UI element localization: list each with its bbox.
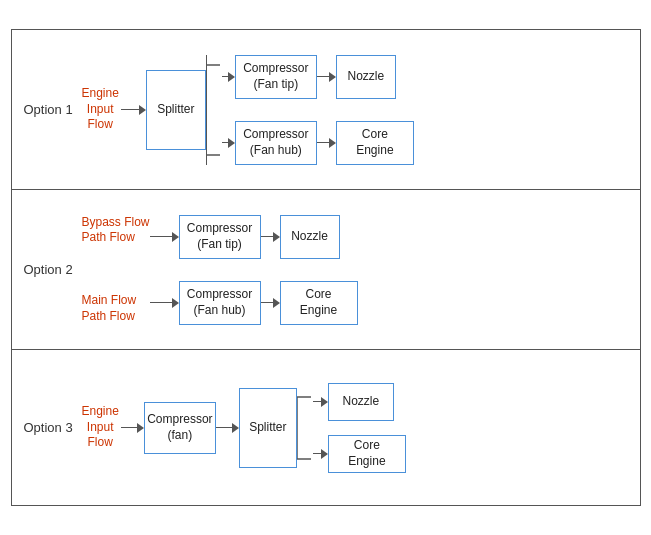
nozzle-box-2: Nozzle [280, 215, 340, 259]
core-engine-box-2: Core Engine [280, 281, 358, 325]
option-2-flow: Bypass FlowPath Flow Main FlowPath Flow … [82, 215, 632, 325]
option-1-input-label: EngineInputFlow [82, 86, 119, 133]
core-engine-box-3: Core Engine [328, 435, 406, 473]
compressor-fan-tip-box-1: Compressor(Fan tip) [235, 55, 317, 99]
compressor-fan-box: Compressor(fan) [144, 402, 216, 454]
option-1-branch-2: Compressor(Fan hub) Core Engine [222, 121, 414, 165]
arrow-comp1-to-nozzle2 [261, 232, 280, 242]
arrow-comp3-to-splitter [216, 423, 239, 433]
option-2-branch-1: Compressor(Fan tip) Nozzle [150, 215, 358, 259]
arrow-comp1-to-nozzle [317, 72, 336, 82]
option-2-row: Option 2 Bypass FlowPath Flow Main FlowP… [12, 190, 640, 350]
option-1-branch-1: Compressor(Fan tip) Nozzle [222, 55, 414, 99]
core-engine-box-1: Core Engine [336, 121, 414, 165]
option-3-branches: Nozzle Core Engine [313, 383, 406, 473]
arrow-split-to-comp2 [222, 138, 235, 148]
main-flow-label: Main FlowPath Flow [82, 293, 150, 324]
option-2-branch-2: Compressor(Fan hub) Core Engine [150, 281, 358, 325]
option-1-branches: Compressor(Fan tip) Nozzle Compress [222, 55, 414, 165]
diagram-container: Option 1 EngineInputFlow Splitter [11, 29, 641, 506]
arrow-comp2-to-core2 [261, 298, 280, 308]
arrow-comp2-to-core1 [317, 138, 336, 148]
splitter-box: Splitter [146, 70, 206, 150]
bypass-flow-label: Bypass FlowPath Flow [82, 215, 150, 246]
splitter-box-3: Splitter [239, 388, 297, 468]
option-2-flow-labels: Bypass FlowPath Flow Main FlowPath Flow [82, 215, 150, 325]
option-3-branch-1: Nozzle [313, 383, 406, 421]
arrow-split3-to-core [313, 449, 328, 459]
arrow-main-to-comp2 [150, 298, 179, 308]
option-3-branch-2: Core Engine [313, 435, 406, 473]
compressor-fan-hub-box-2: Compressor(Fan hub) [179, 281, 261, 325]
option-2-branches: Compressor(Fan tip) Nozzle Compress [150, 215, 358, 325]
option-1-row: Option 1 EngineInputFlow Splitter [12, 30, 640, 190]
arrow-split3-to-nozzle [313, 397, 328, 407]
option-3-flow: EngineInputFlow Compressor(fan) Splitter [82, 383, 632, 473]
arrow-bypass-to-comp1 [150, 232, 179, 242]
compressor-fan-tip-box-2: Compressor(Fan tip) [179, 215, 261, 259]
nozzle-box-1: Nozzle [336, 55, 396, 99]
option-3-row: Option 3 EngineInputFlow Compressor(fan)… [12, 350, 640, 505]
option-2-label: Option 2 [20, 262, 82, 277]
option-1-flow: EngineInputFlow Splitter [82, 55, 632, 165]
option-3-input-label: EngineInputFlow [82, 404, 119, 451]
arrow-input-to-splitter [121, 105, 146, 115]
option-1-label: Option 1 [20, 102, 82, 117]
compressor-fan-hub-box-1: Compressor(Fan hub) [235, 121, 317, 165]
arrow-split-to-comp1 [222, 72, 235, 82]
nozzle-box-3: Nozzle [328, 383, 394, 421]
arrow-input3-to-comp [121, 423, 144, 433]
option-3-label: Option 3 [20, 420, 82, 435]
